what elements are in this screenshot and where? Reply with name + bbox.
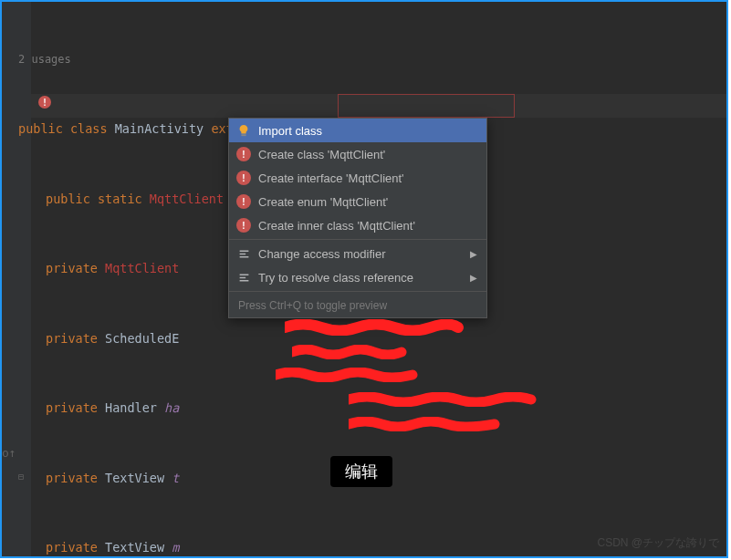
type: ScheduledE <box>105 331 179 346</box>
keyword: private <box>46 471 98 485</box>
keyword: private <box>46 261 98 275</box>
error-icon: ! <box>236 147 251 161</box>
bulb-icon <box>236 123 251 138</box>
error-icon: ! <box>236 218 251 233</box>
resolve-icon <box>236 270 251 285</box>
keyword: static <box>98 192 142 206</box>
menu-label: Change access modifier <box>258 247 385 261</box>
menu-separator <box>229 291 486 292</box>
keyword: private <box>46 331 98 346</box>
keyword: private <box>46 540 98 555</box>
menu-item-create-interface[interactable]: ! Create interface 'MqttClient' <box>229 166 486 190</box>
keyword: private <box>46 400 98 415</box>
type: TextView <box>105 471 164 485</box>
chevron-right-icon: ▶ <box>470 273 477 283</box>
error-icon: ! <box>236 194 251 209</box>
menu-item-create-class[interactable]: ! Create class 'MqttClient' <box>229 142 486 166</box>
intention-actions-menu: Import class ! Create class 'MqttClient'… <box>228 118 487 318</box>
menu-item-resolve-reference[interactable]: Try to resolve class reference ▶ <box>229 265 486 289</box>
field: m <box>172 540 179 555</box>
chevron-right-icon: ▶ <box>470 249 477 259</box>
class-name: MainActivity <box>115 121 204 136</box>
menu-label: Create enum 'MqttClient' <box>258 195 388 209</box>
editor-frame: 2 usages ! o↑ ⊟ public class MainActivit… <box>0 0 728 558</box>
modifier-icon <box>236 246 251 261</box>
keyword: public <box>46 192 90 206</box>
error-type: MqttClient <box>105 261 179 275</box>
field: ha <box>164 400 179 415</box>
type: Handler <box>105 400 157 415</box>
menu-item-change-access[interactable]: Change access modifier ▶ <box>229 242 486 265</box>
menu-item-import-class[interactable]: Import class <box>229 119 486 142</box>
error-type: MqttClient <box>150 192 224 206</box>
menu-item-create-inner-class[interactable]: ! Create inner class 'MqttClient' <box>229 213 486 237</box>
edit-tooltip: 编辑 <box>330 456 392 487</box>
menu-label: Create interface 'MqttClient' <box>258 171 404 185</box>
menu-item-create-enum[interactable]: ! Create enum 'MqttClient' <box>229 190 486 213</box>
error-icon: ! <box>236 171 251 185</box>
menu-label: Create inner class 'MqttClient' <box>258 219 415 233</box>
field: t <box>172 471 179 485</box>
menu-label: Create class 'MqttClient' <box>258 148 385 161</box>
keyword: class <box>70 121 108 136</box>
menu-label: Try to resolve class reference <box>258 271 413 285</box>
type: TextView <box>105 540 164 555</box>
menu-label: Import class <box>258 124 322 138</box>
error-highlight-box <box>338 94 515 118</box>
menu-separator <box>229 239 486 240</box>
usages-hint[interactable]: 2 usages <box>18 53 71 66</box>
override-marker-icon[interactable]: o↑ <box>2 446 16 460</box>
keyword: public <box>18 121 63 136</box>
menu-footer-hint: Press Ctrl+Q to toggle preview <box>229 294 486 317</box>
watermark: CSDN @チップな誇りで <box>597 535 719 551</box>
svg-rect-0 <box>241 134 245 136</box>
